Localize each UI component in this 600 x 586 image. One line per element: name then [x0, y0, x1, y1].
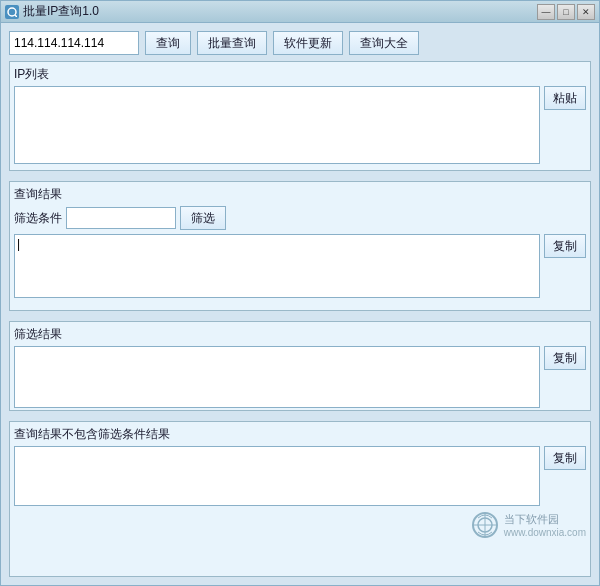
- toolbar: 查询 批量查询 软件更新 查询大全: [9, 31, 591, 55]
- filter-result-textarea[interactable]: [14, 346, 540, 408]
- svg-point-0: [8, 8, 16, 16]
- no-filter-result-label: 查询结果不包含筛选条件结果: [14, 426, 586, 443]
- svg-line-1: [15, 15, 17, 17]
- filter-input[interactable]: [66, 207, 176, 229]
- minimize-button[interactable]: —: [537, 4, 555, 20]
- no-filter-result-copy-button[interactable]: 复制: [544, 446, 586, 470]
- query-result-section: 查询结果 筛选条件 筛选 | 复制: [9, 181, 591, 311]
- maximize-button[interactable]: □: [557, 4, 575, 20]
- filter-result-label: 筛选结果: [14, 326, 586, 343]
- query-all-button[interactable]: 查询大全: [349, 31, 419, 55]
- filter-label: 筛选条件: [14, 210, 62, 227]
- ip-list-textarea[interactable]: [14, 86, 540, 164]
- query-result-label: 查询结果: [14, 186, 586, 203]
- software-update-button[interactable]: 软件更新: [273, 31, 343, 55]
- title-bar-buttons: — □ ✕: [537, 4, 595, 20]
- ip-list-label: IP列表: [14, 66, 586, 83]
- ip-input[interactable]: [9, 31, 139, 55]
- watermark: 当下软件园 www.downxia.com: [14, 510, 586, 540]
- paste-button[interactable]: 粘贴: [544, 86, 586, 110]
- main-content: 查询 批量查询 软件更新 查询大全 IP列表 粘贴 查询结果 筛选条件 筛选 |…: [1, 23, 599, 585]
- batch-query-button[interactable]: 批量查询: [197, 31, 267, 55]
- ip-list-content: 粘贴: [14, 86, 586, 164]
- ip-list-section: IP列表 粘贴: [9, 61, 591, 171]
- filter-button[interactable]: 筛选: [180, 206, 226, 230]
- filter-result-copy-button[interactable]: 复制: [544, 346, 586, 370]
- query-result-content: | 复制: [14, 234, 586, 298]
- close-button[interactable]: ✕: [577, 4, 595, 20]
- filter-result-content: 复制: [14, 346, 586, 408]
- filter-result-section: 筛选结果 复制: [9, 321, 591, 411]
- query-result-copy-button[interactable]: 复制: [544, 234, 586, 258]
- watermark-text: 当下软件园 www.downxia.com: [504, 512, 586, 538]
- main-window: 批量IP查询1.0 — □ ✕ 查询 批量查询 软件更新 查询大全 IP列表 粘…: [0, 0, 600, 586]
- no-filter-result-content: 复制: [14, 446, 586, 506]
- title-bar-left: 批量IP查询1.0: [5, 3, 99, 20]
- query-button[interactable]: 查询: [145, 31, 191, 55]
- app-icon: [5, 5, 19, 19]
- window-title: 批量IP查询1.0: [23, 3, 99, 20]
- title-bar: 批量IP查询1.0 — □ ✕: [1, 1, 599, 23]
- query-result-textarea[interactable]: |: [14, 234, 540, 298]
- no-filter-result-textarea[interactable]: [14, 446, 540, 506]
- filter-row: 筛选条件 筛选: [14, 206, 586, 230]
- watermark-site: 当下软件园: [504, 512, 586, 527]
- watermark-url: www.downxia.com: [504, 527, 586, 538]
- watermark-logo-icon: [470, 510, 500, 540]
- no-filter-result-section: 查询结果不包含筛选条件结果 复制 当下软件园 www.downxia.com: [9, 421, 591, 577]
